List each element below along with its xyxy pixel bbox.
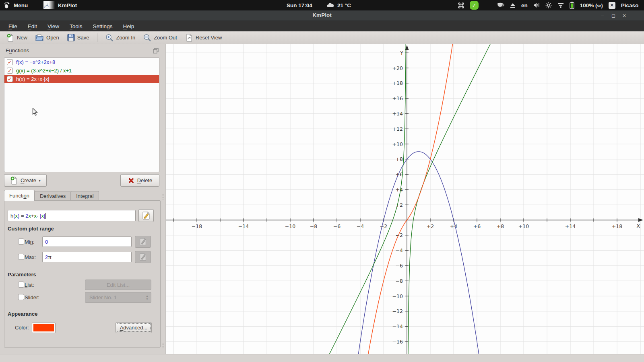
window-titlebar[interactable]: KmPlot – ◻ ✕ bbox=[0, 10, 644, 21]
svg-text:+2: +2 bbox=[427, 223, 434, 229]
functions-dock-title: Functions bbox=[6, 47, 29, 53]
tab-derivatives[interactable]: Derivatives bbox=[35, 191, 71, 201]
mouse-cursor-icon bbox=[32, 108, 39, 118]
function-visible-checkbox[interactable]: ✓ bbox=[7, 59, 13, 65]
svg-text:+14: +14 bbox=[392, 111, 403, 117]
min-editor-button[interactable] bbox=[135, 236, 151, 248]
plot-area[interactable]: −18−14−10−8−6−4−2+2+4+6+8+10+14+18+20+18… bbox=[166, 44, 644, 354]
window-list-button[interactable]: KmPlot bbox=[43, 0, 77, 10]
appearance-title: Appearance bbox=[8, 311, 37, 317]
tab-integral[interactable]: Integral bbox=[71, 191, 99, 201]
clock[interactable]: Sun 17:04 bbox=[287, 0, 312, 10]
advanced-button[interactable]: Advanced... bbox=[116, 322, 152, 333]
function-visible-checkbox[interactable]: ✓ bbox=[7, 68, 13, 74]
equation-editor-button[interactable] bbox=[138, 209, 154, 222]
menu-file[interactable]: File bbox=[3, 22, 23, 31]
function-equation-text: h(x) = 2x+x·|x| bbox=[16, 76, 50, 82]
user-name[interactable]: Picaso bbox=[621, 2, 639, 8]
delete-button-label: Delete bbox=[137, 177, 153, 183]
menu-tools[interactable]: Tools bbox=[64, 22, 88, 31]
max-input[interactable]: 2π bbox=[42, 252, 132, 262]
new-button[interactable]: New bbox=[3, 32, 31, 43]
logout-icon[interactable]: ✕ bbox=[609, 2, 615, 9]
max-editor-button[interactable] bbox=[135, 251, 151, 263]
function-tab-pane: h(x) = 2x+x· |x| Custom plot range Min: … bbox=[4, 200, 161, 348]
dropdown-arrow-icon: ▾ bbox=[39, 178, 41, 183]
menu-view[interactable]: View bbox=[42, 22, 64, 31]
edit-list-button[interactable]: Edit List... bbox=[85, 280, 151, 290]
gnome-logo-icon bbox=[3, 2, 10, 9]
pencil-icon bbox=[139, 253, 147, 261]
pencil-icon bbox=[142, 211, 151, 220]
delete-button[interactable]: Delete bbox=[120, 174, 159, 187]
temperature-label: 21 °C bbox=[337, 2, 351, 8]
parameter-slider-checkbox[interactable] bbox=[18, 294, 24, 300]
maximize-button[interactable]: ◻ bbox=[610, 13, 617, 19]
weather-indicator[interactable]: 21 °C bbox=[327, 0, 351, 10]
svg-text:+12: +12 bbox=[392, 126, 403, 132]
battery-label[interactable]: 100% (∞) bbox=[580, 2, 603, 8]
svg-text:+16: +16 bbox=[392, 95, 403, 101]
system-panel: Menu KmPlot Sun 17:04 21 °C ✓ en bbox=[0, 0, 644, 10]
minimize-button[interactable]: – bbox=[599, 13, 606, 19]
function-list-item[interactable]: ✓g(x) = (3·x^2+x−2) / x+1 bbox=[4, 66, 159, 75]
window-title: KmPlot bbox=[0, 12, 644, 18]
zoom-out-button[interactable]: Zoom Out bbox=[140, 32, 180, 43]
open-icon bbox=[35, 34, 44, 41]
toolbar: NewOpenSaveZoom InZoom OutReset View bbox=[0, 31, 644, 44]
reset-view-icon bbox=[185, 34, 193, 42]
color-label: Color: bbox=[15, 325, 29, 331]
window-button-label: KmPlot bbox=[58, 2, 77, 8]
statusbar bbox=[0, 354, 644, 362]
function-visible-checkbox[interactable]: ✓ bbox=[7, 76, 13, 82]
svg-text:+4: +4 bbox=[396, 187, 403, 193]
splitter-grip[interactable] bbox=[163, 194, 164, 200]
command-icon[interactable] bbox=[458, 2, 464, 8]
svg-text:+18: +18 bbox=[392, 80, 403, 86]
keyboard-layout-indicator[interactable]: en bbox=[521, 2, 528, 8]
zoom-out-icon bbox=[143, 34, 151, 42]
tab-function[interactable]: Function bbox=[4, 190, 35, 201]
create-button[interactable]: Create ▾ bbox=[4, 174, 47, 187]
svg-text:+14: +14 bbox=[565, 223, 576, 229]
applications-menu[interactable]: Menu bbox=[3, 0, 28, 10]
open-button[interactable]: Open bbox=[32, 32, 62, 43]
equation-input[interactable]: h(x) = 2x+x· |x| bbox=[8, 210, 136, 221]
parameter-list-checkbox[interactable] bbox=[18, 282, 24, 288]
float-dock-icon[interactable] bbox=[153, 48, 159, 53]
svg-text:−4: −4 bbox=[357, 223, 364, 229]
function-list-item[interactable]: ✓f(x) = −x^2+2x+8 bbox=[4, 58, 159, 66]
menu-help[interactable]: Help bbox=[118, 22, 139, 31]
slider-select[interactable]: Slider No. 1 ▲▼ bbox=[85, 292, 151, 303]
svg-text:−10: −10 bbox=[285, 223, 295, 229]
coffee-icon[interactable] bbox=[497, 2, 504, 8]
network-icon[interactable] bbox=[557, 3, 564, 8]
close-button[interactable]: ✕ bbox=[621, 13, 627, 19]
save-button[interactable]: Save bbox=[64, 32, 93, 43]
eject-icon[interactable] bbox=[510, 3, 516, 8]
min-checkbox[interactable] bbox=[18, 239, 24, 245]
function-editor-tabs: FunctionDerivativesIntegral bbox=[4, 190, 99, 201]
max-checkbox[interactable] bbox=[18, 254, 24, 260]
volume-icon[interactable] bbox=[533, 2, 540, 8]
create-button-label: Create bbox=[21, 177, 36, 183]
messenger-check-icon[interactable]: ✓ bbox=[470, 1, 479, 10]
splitter-grip[interactable] bbox=[163, 343, 164, 348]
svg-text:−16: −16 bbox=[392, 339, 403, 345]
brightness-icon[interactable] bbox=[545, 2, 552, 8]
menu-edit[interactable]: Edit bbox=[23, 22, 42, 31]
function-list[interactable]: ✓f(x) = −x^2+2x+8✓g(x) = (3·x^2+x−2) / x… bbox=[4, 58, 159, 172]
svg-text:−4: −4 bbox=[396, 247, 403, 253]
plot-background bbox=[166, 44, 644, 354]
color-swatch-button[interactable] bbox=[32, 323, 56, 333]
zoom-in-button[interactable]: Zoom In bbox=[102, 32, 138, 43]
reset-view-button[interactable]: Reset View bbox=[182, 32, 225, 43]
min-input[interactable]: 0 bbox=[42, 237, 132, 247]
function-list-item[interactable]: ✓h(x) = 2x+x·|x| bbox=[4, 75, 159, 83]
menu-label: Menu bbox=[14, 2, 28, 8]
menu-settings[interactable]: Settings bbox=[88, 22, 118, 31]
battery-icon[interactable] bbox=[570, 2, 574, 9]
spinner-arrows-icon[interactable]: ▲▼ bbox=[146, 294, 149, 300]
toolbar-separator bbox=[97, 33, 97, 42]
delete-x-icon bbox=[128, 177, 135, 184]
